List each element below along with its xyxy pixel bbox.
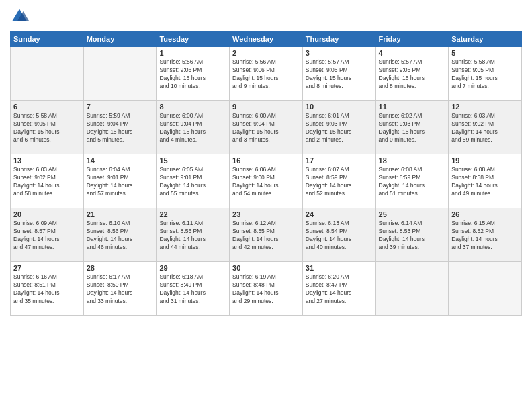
cell-details: Sunrise: 5:59 AMSunset: 9:04 PMDaylight:… bbox=[87, 112, 154, 144]
cell-details: Sunrise: 6:16 AMSunset: 8:51 PMDaylight:… bbox=[13, 273, 81, 306]
cell-details: Sunrise: 6:02 AMSunset: 9:03 PMDaylight:… bbox=[379, 112, 446, 144]
cell-details: Sunrise: 6:13 AMSunset: 8:54 PMDaylight:… bbox=[306, 220, 373, 252]
day-number: 13 bbox=[13, 156, 81, 165]
cell-details: Sunrise: 5:58 AMSunset: 9:05 PMDaylight:… bbox=[13, 112, 81, 144]
calendar-cell: 2Sunrise: 5:56 AMSunset: 9:06 PMDaylight… bbox=[230, 47, 303, 101]
page: SundayMondayTuesdayWednesdayThursdayFrid… bbox=[0, 0, 532, 411]
calendar-cell: 16Sunrise: 6:06 AMSunset: 9:00 PMDayligh… bbox=[230, 154, 303, 208]
day-number: 6 bbox=[13, 103, 81, 111]
cell-details: Sunrise: 6:10 AMSunset: 8:56 PMDaylight:… bbox=[87, 220, 154, 252]
cell-details: Sunrise: 6:08 AMSunset: 8:58 PMDaylight:… bbox=[451, 166, 519, 198]
calendar-header-sunday: Sunday bbox=[11, 32, 84, 47]
day-number: 14 bbox=[87, 156, 154, 165]
day-number: 16 bbox=[232, 156, 300, 165]
cell-details: Sunrise: 5:57 AMSunset: 9:05 PMDaylight:… bbox=[379, 58, 446, 91]
day-number: 3 bbox=[306, 49, 373, 57]
cell-details: Sunrise: 5:57 AMSunset: 9:05 PMDaylight:… bbox=[306, 58, 373, 91]
calendar-cell: 19Sunrise: 6:08 AMSunset: 8:58 PMDayligh… bbox=[449, 154, 522, 208]
calendar-cell bbox=[83, 47, 157, 101]
day-number: 18 bbox=[379, 156, 446, 165]
calendar-cell: 28Sunrise: 6:17 AMSunset: 8:50 PMDayligh… bbox=[83, 262, 157, 316]
calendar-header-friday: Friday bbox=[375, 32, 449, 47]
calendar-cell: 22Sunrise: 6:11 AMSunset: 8:56 PMDayligh… bbox=[157, 208, 230, 262]
calendar-header-saturday: Saturday bbox=[449, 32, 522, 47]
calendar-week-2: 6Sunrise: 5:58 AMSunset: 9:05 PMDaylight… bbox=[11, 101, 522, 154]
calendar-cell: 1Sunrise: 5:56 AMSunset: 9:06 PMDaylight… bbox=[157, 47, 230, 101]
calendar-week-4: 20Sunrise: 6:09 AMSunset: 8:57 PMDayligh… bbox=[11, 208, 522, 262]
calendar-cell: 3Sunrise: 5:57 AMSunset: 9:05 PMDaylight… bbox=[302, 47, 375, 101]
cell-details: Sunrise: 6:00 AMSunset: 9:04 PMDaylight:… bbox=[232, 112, 300, 144]
day-number: 28 bbox=[87, 264, 154, 272]
day-number: 27 bbox=[13, 264, 81, 272]
calendar-cell: 9Sunrise: 6:00 AMSunset: 9:04 PMDaylight… bbox=[230, 101, 303, 154]
cell-details: Sunrise: 5:56 AMSunset: 9:06 PMDaylight:… bbox=[232, 58, 300, 91]
calendar-cell: 10Sunrise: 6:01 AMSunset: 9:03 PMDayligh… bbox=[302, 101, 375, 154]
cell-details: Sunrise: 6:07 AMSunset: 8:59 PMDaylight:… bbox=[306, 166, 373, 198]
calendar-cell bbox=[375, 262, 449, 316]
calendar-cell: 15Sunrise: 6:05 AMSunset: 9:01 PMDayligh… bbox=[157, 154, 230, 208]
logo-icon bbox=[10, 7, 29, 26]
cell-details: Sunrise: 6:03 AMSunset: 9:02 PMDaylight:… bbox=[13, 166, 81, 198]
day-number: 20 bbox=[13, 210, 81, 218]
cell-details: Sunrise: 6:00 AMSunset: 9:04 PMDaylight:… bbox=[159, 112, 226, 144]
cell-details: Sunrise: 6:11 AMSunset: 8:56 PMDaylight:… bbox=[159, 220, 226, 252]
calendar-cell: 25Sunrise: 6:14 AMSunset: 8:53 PMDayligh… bbox=[375, 208, 449, 262]
cell-details: Sunrise: 6:17 AMSunset: 8:50 PMDaylight:… bbox=[87, 273, 154, 306]
calendar-week-3: 13Sunrise: 6:03 AMSunset: 9:02 PMDayligh… bbox=[11, 154, 522, 208]
calendar-cell: 23Sunrise: 6:12 AMSunset: 8:55 PMDayligh… bbox=[230, 208, 303, 262]
day-number: 24 bbox=[306, 210, 373, 218]
calendar-cell: 31Sunrise: 6:20 AMSunset: 8:47 PMDayligh… bbox=[302, 262, 375, 316]
calendar-cell: 14Sunrise: 6:04 AMSunset: 9:01 PMDayligh… bbox=[83, 154, 157, 208]
calendar-cell: 17Sunrise: 6:07 AMSunset: 8:59 PMDayligh… bbox=[302, 154, 375, 208]
calendar-table: SundayMondayTuesdayWednesdayThursdayFrid… bbox=[10, 31, 522, 316]
calendar-cell: 27Sunrise: 6:16 AMSunset: 8:51 PMDayligh… bbox=[11, 262, 84, 316]
cell-details: Sunrise: 6:12 AMSunset: 8:55 PMDaylight:… bbox=[232, 220, 300, 252]
calendar-cell: 4Sunrise: 5:57 AMSunset: 9:05 PMDaylight… bbox=[375, 47, 449, 101]
day-number: 9 bbox=[232, 103, 300, 111]
cell-details: Sunrise: 6:14 AMSunset: 8:53 PMDaylight:… bbox=[379, 220, 446, 252]
cell-details: Sunrise: 6:09 AMSunset: 8:57 PMDaylight:… bbox=[13, 220, 81, 252]
day-number: 17 bbox=[306, 156, 373, 165]
cell-details: Sunrise: 6:18 AMSunset: 8:49 PMDaylight:… bbox=[159, 273, 226, 306]
calendar-header-row: SundayMondayTuesdayWednesdayThursdayFrid… bbox=[11, 32, 522, 47]
cell-details: Sunrise: 6:08 AMSunset: 8:59 PMDaylight:… bbox=[379, 166, 446, 198]
day-number: 8 bbox=[159, 103, 226, 111]
header bbox=[10, 7, 522, 26]
calendar-cell: 8Sunrise: 6:00 AMSunset: 9:04 PMDaylight… bbox=[157, 101, 230, 154]
cell-details: Sunrise: 5:58 AMSunset: 9:05 PMDaylight:… bbox=[451, 58, 519, 91]
day-number: 1 bbox=[159, 49, 226, 57]
day-number: 26 bbox=[451, 210, 519, 218]
calendar-cell: 11Sunrise: 6:02 AMSunset: 9:03 PMDayligh… bbox=[375, 101, 449, 154]
day-number: 21 bbox=[87, 210, 154, 218]
calendar-header-tuesday: Tuesday bbox=[157, 32, 230, 47]
calendar-cell: 20Sunrise: 6:09 AMSunset: 8:57 PMDayligh… bbox=[11, 208, 84, 262]
day-number: 12 bbox=[451, 103, 519, 111]
calendar-cell: 24Sunrise: 6:13 AMSunset: 8:54 PMDayligh… bbox=[302, 208, 375, 262]
day-number: 11 bbox=[379, 103, 446, 111]
calendar-cell: 12Sunrise: 6:03 AMSunset: 9:02 PMDayligh… bbox=[449, 101, 522, 154]
day-number: 30 bbox=[232, 264, 300, 272]
cell-details: Sunrise: 6:06 AMSunset: 9:00 PMDaylight:… bbox=[232, 166, 300, 198]
day-number: 2 bbox=[232, 49, 300, 57]
day-number: 4 bbox=[379, 49, 446, 57]
calendar-cell: 13Sunrise: 6:03 AMSunset: 9:02 PMDayligh… bbox=[11, 154, 84, 208]
day-number: 19 bbox=[451, 156, 519, 165]
cell-details: Sunrise: 6:20 AMSunset: 8:47 PMDaylight:… bbox=[306, 273, 373, 306]
calendar-cell: 5Sunrise: 5:58 AMSunset: 9:05 PMDaylight… bbox=[449, 47, 522, 101]
calendar-header-wednesday: Wednesday bbox=[230, 32, 303, 47]
calendar-cell: 21Sunrise: 6:10 AMSunset: 8:56 PMDayligh… bbox=[83, 208, 157, 262]
calendar-cell: 18Sunrise: 6:08 AMSunset: 8:59 PMDayligh… bbox=[375, 154, 449, 208]
cell-details: Sunrise: 5:56 AMSunset: 9:06 PMDaylight:… bbox=[159, 58, 226, 91]
calendar-cell bbox=[449, 262, 522, 316]
day-number: 7 bbox=[87, 103, 154, 111]
logo bbox=[10, 7, 32, 26]
day-number: 10 bbox=[306, 103, 373, 111]
day-number: 22 bbox=[159, 210, 226, 218]
day-number: 25 bbox=[379, 210, 446, 218]
day-number: 29 bbox=[159, 264, 226, 272]
day-number: 31 bbox=[306, 264, 373, 272]
calendar-cell: 7Sunrise: 5:59 AMSunset: 9:04 PMDaylight… bbox=[83, 101, 157, 154]
cell-details: Sunrise: 6:05 AMSunset: 9:01 PMDaylight:… bbox=[159, 166, 226, 198]
calendar-cell: 30Sunrise: 6:19 AMSunset: 8:48 PMDayligh… bbox=[230, 262, 303, 316]
cell-details: Sunrise: 6:01 AMSunset: 9:03 PMDaylight:… bbox=[306, 112, 373, 144]
